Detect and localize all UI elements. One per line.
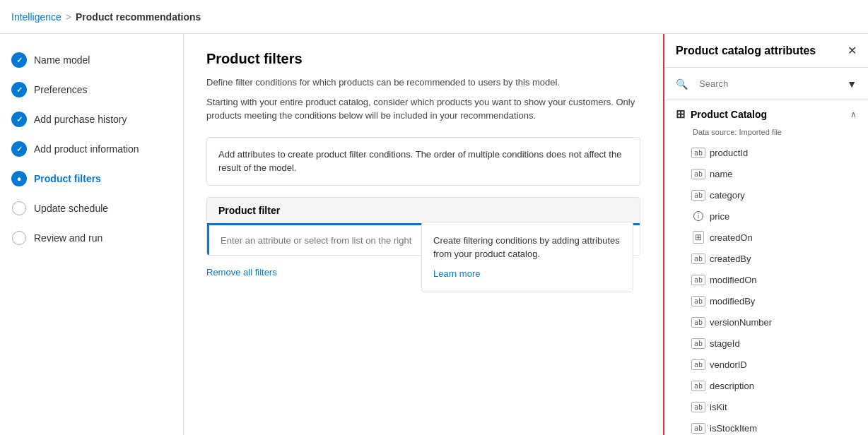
remove-all-filters-link[interactable]: Remove all filters	[206, 267, 277, 278]
info-box: Add attributes to create product filter …	[206, 137, 640, 186]
table-icon: ab	[693, 380, 704, 391]
sidebar-label-product-filters: Product filters	[34, 173, 101, 184]
attribute-label: vendorID	[710, 359, 747, 370]
step-circle-review-and-run	[11, 230, 27, 246]
breadcrumb-current: Product recommendations	[76, 11, 201, 23]
sidebar-label-name-model: Name model	[34, 54, 90, 66]
table-icon: ab	[693, 147, 704, 158]
info-icon: i	[693, 210, 704, 222]
step-circle-product-filters: ●	[11, 171, 27, 186]
header: Intelligence > Product recommendations	[0, 0, 868, 34]
sidebar-item-add-product-information[interactable]: ✓Add product information	[0, 134, 183, 164]
filter-card-header: Product filter	[207, 198, 640, 225]
attribute-label: isKit	[710, 402, 727, 412]
catalog-attribute-modifiedby[interactable]: abmodifiedBy	[664, 290, 868, 311]
attribute-label: stageId	[710, 338, 740, 349]
catalog-header[interactable]: ⊞ Product Catalog ∧	[664, 100, 868, 128]
catalog-attribute-isstockitem[interactable]: abisStockItem	[664, 417, 868, 435]
table-icon: ab	[693, 189, 704, 201]
info-box-text: Add attributes to create product filter …	[218, 149, 621, 174]
filter-sort-icon[interactable]: ▼	[847, 78, 857, 90]
right-panel-title: Product catalog attributes	[676, 44, 816, 57]
step-circle-name-model: ✓	[11, 52, 27, 68]
catalog-attribute-name[interactable]: abname	[664, 163, 868, 184]
step-circle-add-product-information: ✓	[11, 141, 27, 157]
body: ✓Name model✓Preferences✓Add purchase his…	[0, 34, 868, 435]
breadcrumb: Intelligence > Product recommendations	[11, 11, 201, 23]
table-icon: ab	[693, 401, 704, 412]
catalog-attribute-price[interactable]: iprice	[664, 205, 868, 227]
attribute-label: category	[710, 190, 745, 201]
learn-more-link[interactable]: Learn more	[433, 267, 621, 281]
attribute-label: price	[710, 211, 729, 222]
attribute-label: modifiedBy	[710, 296, 755, 306]
sidebar-label-update-schedule: Update schedule	[34, 203, 108, 214]
attribute-label: name	[710, 169, 733, 179]
catalog-header-left: ⊞ Product Catalog	[676, 107, 767, 121]
sidebar-item-name-model[interactable]: ✓Name model	[0, 45, 183, 75]
page-description-2: Starting with your entire product catalo…	[206, 95, 640, 123]
sidebar-label-add-purchase-history: Add purchase history	[34, 114, 127, 125]
catalog-name: Product Catalog	[691, 109, 767, 120]
catalog-attribute-category[interactable]: abcategory	[664, 184, 868, 205]
search-input[interactable]	[693, 75, 841, 93]
step-circle-update-schedule	[11, 201, 27, 216]
attribute-label: productId	[710, 148, 748, 158]
filter-attribute-input[interactable]	[221, 235, 628, 246]
table-icon: ab	[693, 295, 704, 306]
right-panel: Product catalog attributes ✕ 🔍 ▼ ⊞ Produ…	[663, 34, 868, 435]
attribute-label: createdOn	[710, 232, 753, 243]
catalog-attribute-productid[interactable]: abproductId	[664, 142, 868, 163]
grid-icon: ⊞	[693, 232, 704, 243]
catalog-attribute-modifiedon[interactable]: abmodifiedOn	[664, 269, 868, 290]
catalog-attributes-list: abproductIdabnameabcategoryiprice⊞create…	[664, 142, 868, 435]
main-content: Product filters Define filter conditions…	[184, 34, 663, 435]
table-icon: ab	[693, 274, 704, 285]
step-circle-add-purchase-history: ✓	[11, 112, 27, 127]
attribute-label: versionNumber	[710, 317, 772, 328]
sidebar-item-update-schedule[interactable]: Update schedule	[0, 193, 183, 223]
table-icon: ab	[693, 338, 704, 349]
table-icon: ab	[693, 168, 704, 179]
catalog-attribute-vendorid[interactable]: abvendorID	[664, 354, 868, 375]
attribute-label: isStockItem	[710, 423, 757, 434]
catalog-section: ⊞ Product Catalog ∧ Data source: Importe…	[664, 100, 868, 435]
table-icon: ab	[693, 316, 704, 328]
catalog-attribute-description[interactable]: abdescription	[664, 375, 868, 396]
sidebar-item-add-purchase-history[interactable]: ✓Add purchase history	[0, 105, 183, 134]
search-icon: 🔍	[676, 78, 688, 90]
sidebar-label-preferences: Preferences	[34, 84, 87, 95]
page-description-1: Define filter conditions for which produ…	[206, 76, 640, 90]
catalog-attribute-createdby[interactable]: abcreatedBy	[664, 248, 868, 269]
tooltip-box: Create filtering conditions by adding at…	[421, 222, 633, 293]
attribute-label: createdBy	[710, 254, 751, 264]
right-panel-header: Product catalog attributes ✕	[664, 34, 868, 68]
close-button[interactable]: ✕	[848, 44, 857, 57]
page-title: Product filters	[206, 51, 640, 67]
catalog-attribute-stageid[interactable]: abstageId	[664, 333, 868, 354]
attribute-label: modifiedOn	[710, 275, 756, 285]
step-circle-preferences: ✓	[11, 82, 27, 97]
attribute-label: description	[710, 381, 754, 391]
table-icon: ab	[693, 359, 704, 370]
table-icon: ab	[693, 422, 704, 434]
table-icon: ab	[693, 253, 704, 264]
catalog-attribute-versionnumber[interactable]: abversionNumber	[664, 311, 868, 333]
sidebar-label-add-product-information: Add product information	[34, 143, 139, 155]
sidebar: ✓Name model✓Preferences✓Add purchase his…	[0, 34, 184, 435]
breadcrumb-link[interactable]: Intelligence	[11, 11, 61, 23]
catalog-datasource: Data source: Imported file	[664, 128, 868, 142]
sidebar-label-review-and-run: Review and run	[34, 232, 102, 244]
catalog-attribute-createdon[interactable]: ⊞createdOn	[664, 227, 868, 248]
sidebar-item-review-and-run[interactable]: Review and run	[0, 223, 183, 253]
filter-card-title: Product filter	[218, 205, 280, 216]
catalog-attribute-iskit[interactable]: abisKit	[664, 396, 868, 417]
catalog-table-icon: ⊞	[676, 107, 685, 121]
catalog-chevron-icon: ∧	[850, 109, 857, 119]
breadcrumb-separator: >	[66, 11, 71, 23]
sidebar-item-product-filters[interactable]: ●Product filters	[0, 164, 183, 193]
search-row: 🔍 ▼	[664, 68, 868, 100]
sidebar-item-preferences[interactable]: ✓Preferences	[0, 75, 183, 105]
